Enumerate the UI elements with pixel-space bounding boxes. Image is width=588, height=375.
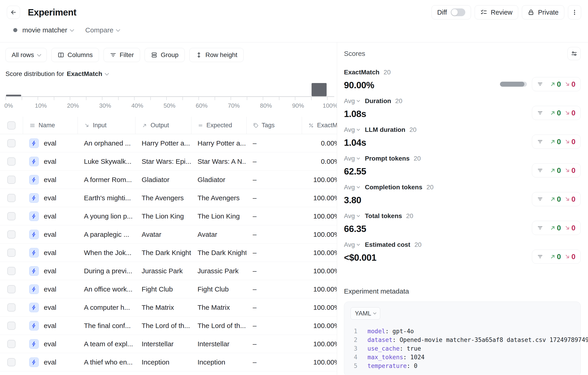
row-checkbox[interactable] xyxy=(7,285,16,293)
table-row[interactable]: eval A team of expl... Interstellar Inte… xyxy=(0,335,337,353)
improvements-count: 0 xyxy=(550,224,561,232)
row-checkbox[interactable] xyxy=(7,267,16,275)
metric-agg-dropdown[interactable]: Avg xyxy=(344,126,359,134)
table-row[interactable]: eval When the Jok... The Dark Knight The… xyxy=(0,244,337,262)
axis-tick-label: 20% xyxy=(67,102,79,109)
row-height-button[interactable]: Row height xyxy=(189,48,244,62)
metric-filter-pill[interactable]: 0 0 xyxy=(532,192,581,206)
back-button[interactable] xyxy=(7,6,20,19)
table-row[interactable]: eval An orphaned ... Harry Potter a... H… xyxy=(0,134,337,152)
metric-block: Avg Total tokens 20 66.35 xyxy=(344,212,581,235)
group-button[interactable]: Group xyxy=(145,48,185,62)
private-button[interactable]: Private xyxy=(522,5,564,19)
axis-tick xyxy=(199,97,199,100)
table-row[interactable]: eval A paraplegic ... Avatar Avatar – 10… xyxy=(0,225,337,244)
regressions-count: 0 xyxy=(565,137,576,146)
metrics-list: ExactMatch 20 90.00% xyxy=(344,68,581,264)
score-distribution-dropdown[interactable]: Score distribution for ExactMatch xyxy=(5,70,337,78)
row-expected: The Dark Knight xyxy=(198,249,246,257)
row-checkbox[interactable] xyxy=(7,194,16,202)
row-expected: Avatar xyxy=(198,231,217,238)
metric-agg-dropdown[interactable]: Avg xyxy=(344,184,359,191)
review-button[interactable]: Review xyxy=(475,5,518,19)
row-tags: – xyxy=(253,285,257,293)
row-height-label: Row height xyxy=(206,51,237,59)
row-checkbox[interactable] xyxy=(7,303,16,312)
column-header-output[interactable]: Output xyxy=(135,117,191,134)
metric-filter-pill[interactable]: 0 0 xyxy=(532,106,581,120)
row-checkbox[interactable] xyxy=(7,230,16,239)
table-row[interactable]: eval A former Rom... Gladiator Gladiator… xyxy=(0,171,337,189)
row-checkbox[interactable] xyxy=(7,358,16,366)
arrow-up-right-icon xyxy=(550,110,556,116)
more-options-button[interactable] xyxy=(568,5,581,19)
row-output: The Lion King xyxy=(142,212,184,220)
table-row[interactable]: eval The final conf... The Lord of th...… xyxy=(0,317,337,335)
column-header-exactmatch[interactable]: ExactMatch xyxy=(302,117,337,134)
axis-tick-label: 80% xyxy=(260,102,272,109)
row-expected: Gladiator xyxy=(198,176,225,184)
metric-value: 62.55 xyxy=(344,165,421,177)
metric-name: Completion tokens xyxy=(365,184,422,191)
table-row[interactable]: eval During a previ... Jurassic Park Jur… xyxy=(0,262,337,280)
row-name: eval xyxy=(44,231,56,238)
row-checkbox[interactable] xyxy=(7,340,16,348)
row-output: Avatar xyxy=(142,231,161,238)
eval-bolt-icon xyxy=(29,138,39,148)
eval-bolt-icon xyxy=(29,284,39,294)
row-output: Inception xyxy=(142,358,169,366)
table-row[interactable]: eval Earth's mighti... The Avengers The … xyxy=(0,189,337,207)
axis-tick xyxy=(86,97,86,100)
experiment-name-dropdown[interactable]: movie matcher xyxy=(22,26,67,34)
table-row[interactable]: eval A computer h... The Matrix The Matr… xyxy=(0,298,337,317)
list-check-icon xyxy=(480,9,487,16)
metric-filter-pill[interactable]: 0 0 xyxy=(532,221,581,235)
column-header-input[interactable]: Input xyxy=(78,117,135,134)
metric-filter-pill[interactable]: 0 0 xyxy=(532,250,581,264)
metric-block: Avg Completion tokens 20 3.80 xyxy=(344,183,581,206)
diff-toggle-switch[interactable] xyxy=(451,9,465,16)
metric-name: Duration xyxy=(365,97,391,105)
axis-tick-label: 50% xyxy=(164,102,175,109)
format-dropdown[interactable]: YAML xyxy=(351,307,380,320)
axis-tick xyxy=(134,97,135,100)
table-row[interactable]: eval An office work... Fight Club Fight … xyxy=(0,280,337,298)
row-checkbox[interactable] xyxy=(7,139,16,147)
row-checkbox[interactable] xyxy=(7,157,16,166)
row-expected: The Matrix xyxy=(198,304,230,311)
filter-icon xyxy=(537,196,543,202)
rows-filter-button[interactable]: All rows xyxy=(5,48,47,62)
row-checkbox[interactable] xyxy=(7,249,16,257)
metric-agg-dropdown[interactable]: Avg xyxy=(344,212,359,220)
metric-agg-label: Avg xyxy=(344,97,355,105)
table-row[interactable]: eval Luke Skywalk... Star Wars: Epi... S… xyxy=(0,152,337,171)
select-all-checkbox[interactable] xyxy=(7,121,16,130)
scores-settings-button[interactable] xyxy=(567,47,581,60)
axis-tick-label: 40% xyxy=(131,102,143,109)
metric-filter-pill[interactable]: 0 0 xyxy=(532,135,581,149)
metric-filter-pill[interactable]: 0 0 xyxy=(532,163,581,177)
diff-toggle-button[interactable]: Diff xyxy=(431,5,471,19)
column-header-name[interactable]: Name xyxy=(23,117,78,134)
row-checkbox[interactable] xyxy=(7,322,16,330)
metric-agg-dropdown[interactable]: Avg xyxy=(344,97,359,105)
metric-filter-pill[interactable]: 0 0 xyxy=(532,77,581,91)
table-row[interactable]: eval A thief who en... Inception Incepti… xyxy=(0,353,337,371)
code-line: 4 max_tokens: 1024 xyxy=(351,353,574,362)
experiment-status-dot xyxy=(13,28,17,32)
table-row[interactable]: eval A young lion p... The Lion King The… xyxy=(0,207,337,225)
metric-agg-label: Avg xyxy=(344,241,355,248)
metric-agg-dropdown[interactable]: Avg xyxy=(344,241,359,248)
compare-dropdown[interactable]: Compare xyxy=(85,26,113,34)
yaml-key: use_cache xyxy=(368,345,399,352)
metric-agg-dropdown[interactable]: Avg xyxy=(344,155,359,162)
row-checkbox[interactable] xyxy=(7,176,16,184)
chevron-down-icon xyxy=(70,27,74,31)
column-header-tags[interactable]: Tags xyxy=(246,117,302,134)
columns-button[interactable]: Columns xyxy=(51,48,99,62)
row-checkbox[interactable] xyxy=(7,212,16,220)
filter-button[interactable]: Filter xyxy=(104,48,140,62)
row-input: A team of expl... xyxy=(84,340,133,348)
column-header-expected[interactable]: Expected xyxy=(191,117,246,134)
row-name: eval xyxy=(44,158,56,165)
